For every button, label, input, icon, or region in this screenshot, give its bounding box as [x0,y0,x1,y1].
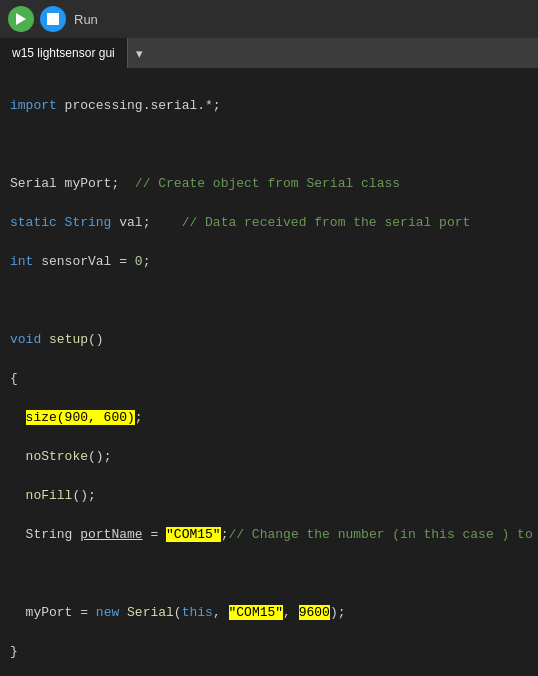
svg-rect-1 [47,13,59,25]
run-label: Run [74,12,98,27]
stop-button[interactable] [40,6,66,32]
tab-lightsensor[interactable]: w15 lightsensor gui [0,38,128,68]
toolbar: Run [0,0,538,38]
run-button[interactable] [8,6,34,32]
code-editor[interactable]: import processing.serial.*; Serial myPor… [0,68,538,676]
tab-label: w15 lightsensor gui [12,46,115,60]
tab-dropdown-button[interactable]: ▾ [128,38,151,68]
svg-marker-0 [16,13,26,25]
tabbar: w15 lightsensor gui ▾ [0,38,538,68]
